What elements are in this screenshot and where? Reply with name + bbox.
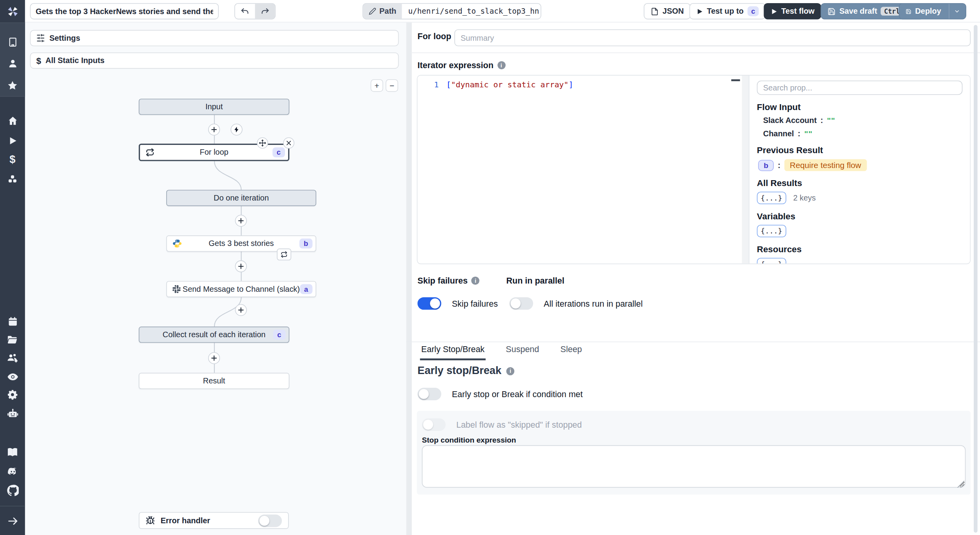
info-icon[interactable]: i	[506, 367, 515, 375]
bolt-icon	[233, 126, 240, 133]
add-step-button[interactable]	[208, 352, 220, 364]
path-chip[interactable]: Path u/henri/send_to_slack_top3_hn	[363, 3, 541, 19]
node-gets-3-best-stories[interactable]: Gets 3 best stories b	[166, 235, 316, 251]
add-step-button[interactable]	[235, 304, 247, 316]
github-icon[interactable]	[0, 483, 25, 497]
stop-condition-label: Stop condition expression	[422, 436, 516, 445]
eye-icon[interactable]	[0, 369, 25, 384]
users-gear-icon[interactable]	[0, 350, 25, 365]
step-label: For loop	[417, 32, 451, 41]
all-results-title: All Results	[757, 178, 963, 188]
tab-early-stop-break[interactable]: Early Stop/Break	[420, 342, 486, 360]
previous-result-title: Previous Result	[757, 145, 963, 155]
redo-button[interactable]	[255, 4, 275, 19]
add-trigger-button[interactable]	[230, 124, 242, 136]
json-button[interactable]: JSON	[644, 3, 691, 19]
delete-node-button[interactable]	[283, 137, 294, 149]
run-parallel-toggle[interactable]	[509, 297, 533, 310]
user-icon[interactable]	[0, 56, 25, 70]
play-icon	[696, 8, 703, 15]
search-prop-input[interactable]	[757, 81, 963, 95]
add-step-button[interactable]	[208, 124, 220, 136]
move-node-button[interactable]	[257, 137, 268, 149]
book-icon[interactable]	[0, 445, 25, 459]
plus-icon	[211, 355, 218, 362]
windmill-logo-icon[interactable]	[0, 0, 25, 22]
arrows-move-icon	[259, 139, 266, 147]
calendar-icon[interactable]	[0, 313, 25, 328]
panel-splitter[interactable]	[406, 22, 412, 535]
plus-icon	[238, 217, 245, 224]
early-stop-condition-toggle[interactable]	[417, 388, 441, 400]
flow-input-field[interactable]: Channel:""	[763, 129, 963, 138]
run-parallel-toggle-row: All iterations run in parallel	[509, 297, 642, 310]
gear-icon[interactable]	[0, 387, 25, 402]
step-id-badge: c	[273, 330, 286, 340]
skip-failures-toggle[interactable]	[417, 297, 441, 310]
node-result[interactable]: Result	[139, 373, 289, 389]
test-up-to-button[interactable]: Test up to c	[690, 3, 766, 19]
error-handler-label: Error handler	[161, 516, 210, 525]
home-icon[interactable]	[0, 113, 25, 128]
resize-grip[interactable]	[958, 481, 965, 488]
code-line[interactable]: ["dynamic or static array"]	[446, 80, 573, 89]
all-results-object-chip[interactable]: {...}	[757, 192, 786, 204]
loop-iteration-chip[interactable]	[277, 249, 291, 260]
flow-canvas[interactable]: Settings $ All Static Inputs + − Input	[25, 22, 407, 535]
node-input[interactable]: Input	[139, 99, 289, 115]
error-handler-toggle[interactable]	[258, 514, 282, 527]
add-step-button[interactable]	[235, 215, 247, 226]
behavior-tabs: Early Stop/Break Suspend Sleep	[420, 342, 583, 360]
variables-title: Variables	[757, 211, 963, 221]
undo-button[interactable]	[235, 4, 255, 19]
save-icon	[906, 7, 911, 15]
node-collect-result[interactable]: Collect result of each iteration c	[139, 327, 289, 343]
play-icon[interactable]	[0, 133, 25, 148]
tab-suspend[interactable]: Suspend	[505, 342, 540, 360]
info-icon[interactable]: i	[497, 61, 505, 69]
stop-condition-textarea[interactable]	[422, 445, 965, 488]
right-panel-scrollbar[interactable]	[974, 25, 978, 533]
summary-row: For loop	[412, 22, 980, 53]
test-flow-button[interactable]: Test flow	[764, 3, 821, 19]
run-parallel-toggle-label: All iterations run in parallel	[544, 299, 642, 308]
info-icon[interactable]: i	[472, 277, 480, 285]
star-icon[interactable]	[0, 78, 25, 93]
early-stop-toggle-row: Early stop or Break if condition met	[417, 388, 583, 400]
resources-object-chip[interactable]: {...}	[757, 258, 786, 264]
resources-cubes-icon[interactable]	[0, 172, 25, 186]
chevron-down-icon[interactable]	[954, 7, 959, 15]
step-inspector: For loop Iterator expression i 1 ["dynam…	[412, 22, 980, 535]
variables-object-chip[interactable]: {...}	[757, 225, 786, 237]
folder-open-icon[interactable]	[0, 332, 25, 347]
node-do-one-iteration[interactable]: Do one iteration	[166, 190, 316, 206]
arrow-right-icon[interactable]	[0, 513, 25, 528]
close-icon	[286, 140, 292, 146]
loop-icon	[145, 148, 154, 157]
robot-icon[interactable]	[0, 406, 25, 421]
plus-icon	[238, 307, 245, 314]
node-send-message-slack[interactable]: Send Message to Channel (slack) a	[166, 281, 316, 297]
flow-input-field[interactable]: Slack Account:""	[763, 116, 963, 125]
error-handler-node[interactable]: Error handler	[139, 512, 289, 529]
deploy-button[interactable]: Deploy	[899, 3, 966, 19]
add-step-button[interactable]	[235, 260, 247, 272]
summary-input[interactable]	[454, 29, 971, 46]
plus-icon	[211, 126, 218, 133]
minimap-line-mark	[731, 79, 740, 81]
step-ref-badge[interactable]: b	[758, 159, 774, 171]
step-id-badge: a	[300, 284, 313, 294]
line-number: 1	[426, 80, 439, 89]
flow-title-input[interactable]	[30, 3, 219, 19]
code-editor[interactable]: 1 ["dynamic or static array"]	[417, 76, 749, 264]
dollar-icon[interactable]: $	[0, 152, 25, 167]
skip-failures-toggle-row: Skip failures	[417, 297, 498, 310]
step-id-badge: c	[272, 147, 285, 157]
colon: :	[778, 161, 780, 170]
topbar: Path u/henri/send_to_slack_top3_hn JSON …	[25, 0, 980, 22]
discord-icon[interactable]	[0, 464, 25, 479]
tab-sleep[interactable]: Sleep	[559, 342, 583, 360]
building-icon[interactable]	[0, 34, 25, 49]
editor-minimap	[742, 76, 749, 264]
label-skipped-toggle[interactable]	[422, 418, 446, 431]
